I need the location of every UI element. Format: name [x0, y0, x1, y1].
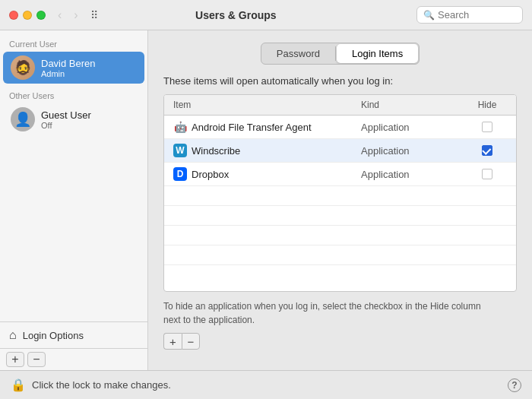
lock-text: Click the lock to make changes. [32, 379, 171, 391]
table-row-empty [164, 245, 516, 265]
row-3-item: D Dropbox [170, 166, 358, 182]
remove-item-button[interactable]: − [182, 333, 200, 350]
login-options-button[interactable]: ⌂ Login Options [0, 321, 147, 348]
sidebar-actions: + − [0, 348, 147, 370]
minimize-button[interactable] [23, 11, 32, 20]
col-header-kind: Kind [358, 98, 464, 112]
table-row-empty [164, 206, 516, 226]
row-3-kind: Application [358, 167, 464, 182]
tab-login-items[interactable]: Login Items [337, 44, 418, 63]
close-button[interactable] [9, 11, 18, 20]
row-2-name: Windscribe [192, 145, 240, 157]
current-user-name: David Beren [41, 58, 96, 69]
search-box[interactable]: 🔍 [416, 6, 523, 24]
current-user-info: David Beren Admin [41, 58, 96, 78]
avatar-image: 🧔 [11, 55, 35, 80]
col-header-hide: Hide [464, 98, 510, 112]
row-1-checkbox[interactable] [482, 122, 492, 132]
current-user-item[interactable]: 🧔 David Beren Admin [3, 52, 144, 84]
current-user-role: Admin [41, 69, 96, 78]
traffic-lights [9, 11, 46, 20]
add-user-button[interactable]: + [6, 352, 24, 367]
guest-user-name: Guest User [41, 109, 91, 121]
home-icon: ⌂ [9, 328, 17, 342]
row-3-hide[interactable] [464, 167, 510, 181]
titlebar: ‹ › ⠿ Users & Groups 🔍 [0, 0, 532, 30]
row-3-checkbox[interactable] [482, 169, 492, 179]
table-row-empty [164, 226, 516, 245]
help-button[interactable]: ? [508, 378, 521, 392]
tab-group: Password Login Items [261, 43, 420, 65]
row-1-name: Android File Transfer Agent [192, 122, 312, 133]
row-2-checkbox[interactable] [482, 145, 492, 156]
remove-user-button[interactable]: − [27, 352, 46, 367]
guest-user-role: Off [41, 121, 91, 130]
table-row[interactable]: 🤖 Android File Transfer Agent Applicatio… [164, 116, 516, 139]
maximize-button[interactable] [36, 11, 46, 20]
tab-password[interactable]: Password [261, 43, 335, 64]
panel-actions: + − [163, 333, 517, 350]
login-items-table: Item Kind Hide 🤖 Android File Transfer A… [163, 94, 517, 292]
tab-divider [335, 46, 336, 61]
row-1-item: 🤖 Android File Transfer Agent [170, 119, 358, 135]
row-2-kind: Application [358, 144, 464, 158]
row-1-kind: Application [358, 120, 464, 135]
login-options-label: Login Options [23, 330, 84, 341]
window-title: Users & Groups [62, 9, 410, 21]
row-1-hide[interactable] [464, 120, 510, 134]
current-user-avatar: 🧔 [11, 55, 35, 80]
panel-note: To hide an application when you log in, … [163, 299, 483, 327]
current-user-label: Current User [0, 40, 147, 52]
col-header-item: Item [170, 98, 358, 112]
lock-icon[interactable]: 🔒 [11, 378, 26, 392]
table-row-empty [164, 265, 516, 285]
table-body: 🤖 Android File Transfer Agent Applicatio… [164, 116, 516, 291]
dropbox-icon: D [173, 167, 187, 181]
other-users-label: Other Users [0, 91, 147, 103]
table-row[interactable]: D Dropbox Application [164, 163, 516, 186]
bottom-bar: 🔒 Click the lock to make changes. ? [0, 370, 532, 399]
android-icon: 🤖 [173, 120, 187, 134]
right-panel: Password Login Items These items will op… [148, 30, 532, 370]
guest-user-item[interactable]: 👤 Guest User Off [3, 103, 144, 135]
table-row-empty [164, 186, 516, 206]
guest-user-info: Guest User Off [41, 109, 91, 130]
table-header: Item Kind Hide [164, 95, 516, 116]
windscribe-icon: W [173, 144, 187, 157]
row-3-name: Dropbox [192, 169, 229, 180]
table-row[interactable]: W Windscribe Application [164, 139, 516, 163]
tab-bar: Password Login Items [163, 43, 517, 65]
add-item-button[interactable]: + [163, 333, 182, 350]
main-content: Current User 🧔 David Beren Admin Other U… [0, 30, 532, 370]
guest-user-avatar: 👤 [11, 107, 35, 131]
panel-description: These items will open automatically when… [163, 75, 517, 87]
search-icon: 🔍 [423, 10, 435, 21]
row-2-hide[interactable] [464, 144, 510, 157]
search-input[interactable] [438, 9, 516, 21]
sidebar: Current User 🧔 David Beren Admin Other U… [0, 30, 148, 370]
row-2-item: W Windscribe [170, 142, 358, 159]
